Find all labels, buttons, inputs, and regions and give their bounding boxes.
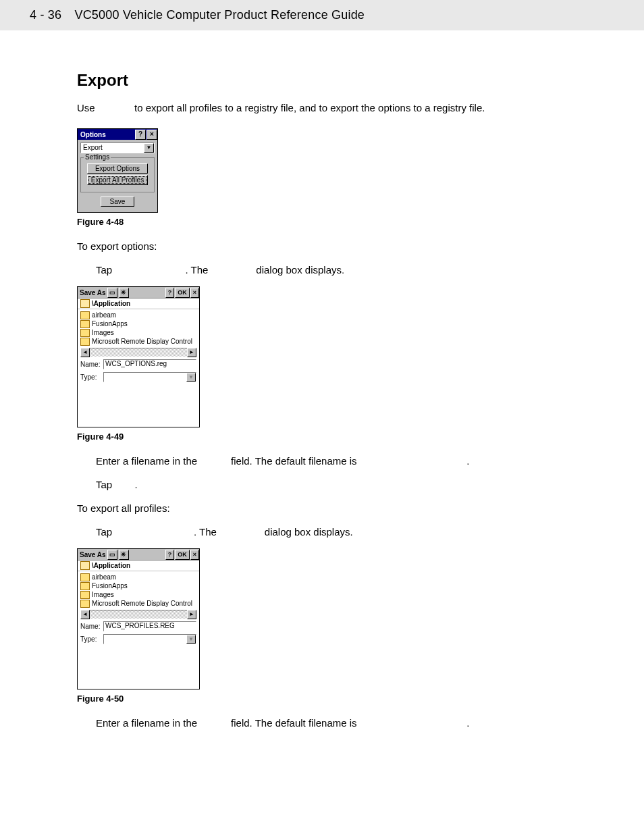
folder-icon (80, 329, 90, 337)
export-options-button[interactable]: Export Options (87, 163, 148, 174)
filename-input[interactable]: WCS_PROFILES.REG (103, 621, 196, 631)
new-folder-icon[interactable]: ✳ (119, 550, 129, 560)
type-dropdown[interactable]: ▼ (103, 634, 196, 644)
scroll-right-icon[interactable]: ► (187, 610, 196, 619)
help-icon[interactable]: ? (135, 130, 146, 140)
folder-up-icon (80, 561, 90, 570)
save-as-title: Save As (80, 551, 106, 558)
chevron-down-icon: ▼ (186, 373, 196, 382)
to-export-profiles: To export all profiles: (77, 501, 603, 515)
folder-list: airbeam FusionApps Images Microsoft Remo… (78, 571, 199, 608)
to-export-options: To export options: (77, 239, 603, 253)
list-view-icon[interactable]: ▭ (107, 288, 117, 298)
horizontal-scrollbar[interactable]: ◄ ► (80, 610, 196, 619)
close-icon[interactable]: × (190, 288, 199, 298)
list-item[interactable]: FusionApps (80, 581, 196, 590)
settings-legend: Settings (84, 153, 111, 161)
folder-icon (80, 320, 90, 328)
scroll-track[interactable] (90, 610, 187, 619)
list-item[interactable]: airbeam (80, 311, 196, 319)
page-number: 4 - 36 (30, 8, 61, 22)
path-bar[interactable]: \Application (78, 561, 199, 571)
close-icon[interactable]: × (146, 130, 157, 140)
save-as-titlebar: Save As ▭ ✳ ? OK × (78, 549, 199, 561)
figure-48-caption: Figure 4-48 (77, 217, 603, 227)
name-label: Name: (80, 361, 103, 368)
horizontal-scrollbar[interactable]: ◄ ► (80, 348, 196, 357)
options-dialog: Options ? × Export ▼ Settings Export Opt… (77, 128, 158, 213)
folder-icon (80, 311, 90, 319)
figure-50-caption: Figure 4-50 (77, 694, 603, 704)
folder-up-icon (80, 299, 90, 308)
save-as-title: Save As (80, 289, 106, 296)
folder-icon (80, 582, 90, 590)
filename-input[interactable]: WCS_OPTIONS.reg (103, 359, 196, 369)
settings-group: Settings Export Options Export All Profi… (80, 157, 155, 192)
current-path: \Application (92, 562, 130, 569)
export-all-profiles-button[interactable]: Export All Profiles (87, 175, 148, 185)
help-icon[interactable]: ? (165, 288, 175, 298)
ok-button[interactable]: OK (175, 550, 190, 560)
type-dropdown[interactable]: ▼ (103, 372, 196, 382)
step-enter-filename-1: Enter a filename in the field. The defau… (96, 454, 603, 468)
save-as-dialog-50: Save As ▭ ✳ ? OK × \Application airbeam … (77, 548, 200, 689)
type-label: Type: (80, 373, 103, 381)
save-button[interactable]: Save (101, 197, 134, 207)
step-enter-filename-2: Enter a filename in the field. The defau… (96, 716, 603, 730)
list-item[interactable]: Microsoft Remote Display Control (80, 599, 196, 608)
new-folder-icon[interactable]: ✳ (119, 288, 129, 298)
list-item[interactable]: Microsoft Remote Display Control (80, 337, 196, 346)
section-heading: Export (77, 71, 603, 90)
scroll-left-icon[interactable]: ◄ (80, 348, 90, 357)
step-tap-export-options: Tap . The dialog box displays. (96, 263, 603, 277)
scroll-right-icon[interactable]: ► (187, 348, 196, 357)
scroll-left-icon[interactable]: ◄ (80, 610, 90, 619)
list-item[interactable]: FusionApps (80, 319, 196, 328)
step-tap-export-profiles: Tap . The dialog box displays. (96, 525, 603, 539)
list-view-icon[interactable]: ▭ (107, 550, 117, 560)
figure-49-caption: Figure 4-49 (77, 432, 603, 442)
export-dropdown[interactable]: Export ▼ (80, 142, 155, 153)
name-label: Name: (80, 623, 103, 630)
page-content: Export Use to export all profiles to a r… (0, 30, 644, 766)
folder-list: airbeam FusionApps Images Microsoft Remo… (78, 309, 199, 346)
options-titlebar: Options ? × (78, 129, 157, 140)
save-as-titlebar: Save As ▭ ✳ ? OK × (78, 287, 199, 298)
folder-icon (80, 338, 90, 346)
list-item[interactable]: airbeam (80, 573, 196, 581)
path-bar[interactable]: \Application (78, 298, 199, 309)
doc-title: VC5000 Vehicle Computer Product Referenc… (74, 8, 365, 22)
chevron-down-icon: ▼ (186, 635, 196, 644)
list-item[interactable]: Images (80, 590, 196, 599)
ok-button[interactable]: OK (175, 288, 190, 298)
folder-icon (80, 600, 90, 608)
scroll-track[interactable] (90, 348, 187, 357)
folder-icon (80, 591, 90, 599)
current-path: \Application (92, 300, 130, 307)
list-item[interactable]: Images (80, 328, 196, 337)
step-tap-ok: Tap . (96, 477, 603, 492)
folder-icon (80, 573, 90, 581)
type-label: Type: (80, 635, 103, 643)
intro-text: Use to export all profiles to a registry… (77, 101, 603, 115)
export-dropdown-value: Export (81, 143, 144, 153)
page-header: 4 - 36 VC5000 Vehicle Computer Product R… (0, 0, 644, 30)
help-icon[interactable]: ? (165, 550, 175, 560)
options-title-text: Options (80, 131, 106, 138)
save-as-dialog-49: Save As ▭ ✳ ? OK × \Application airbeam … (77, 286, 200, 427)
chevron-down-icon[interactable]: ▼ (144, 143, 154, 153)
close-icon[interactable]: × (190, 550, 199, 560)
